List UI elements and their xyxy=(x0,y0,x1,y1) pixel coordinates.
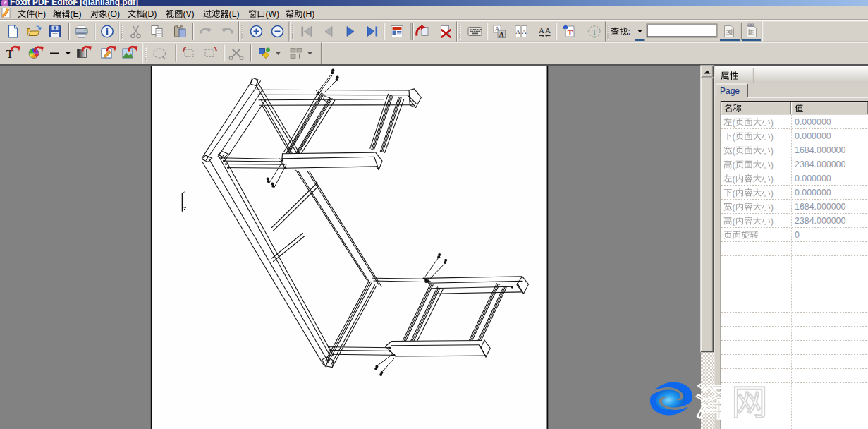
svg-text:0.000000: 0.000000 xyxy=(795,188,831,198)
svg-text:A: A xyxy=(539,26,544,35)
svg-text:(H): (H) xyxy=(302,9,314,19)
svg-text:A: A xyxy=(515,28,520,35)
svg-text:0.000000: 0.000000 xyxy=(795,117,831,127)
svg-text:(E): (E) xyxy=(70,9,81,19)
svg-text:): ) xyxy=(771,146,774,156)
svg-text:): ) xyxy=(771,217,774,226)
svg-text:T: T xyxy=(6,47,14,61)
svg-text:(W): (W) xyxy=(265,9,279,19)
svg-text:0.000000: 0.000000 xyxy=(795,174,831,183)
svg-text:): ) xyxy=(771,160,774,170)
svg-text:A: A xyxy=(522,28,527,35)
svg-text:): ) xyxy=(771,132,774,142)
svg-text:A: A xyxy=(545,26,551,35)
svg-text:(O): (O) xyxy=(107,9,120,19)
svg-text:T: T xyxy=(592,28,597,36)
svg-text:): ) xyxy=(771,174,774,184)
svg-text:(D): (D) xyxy=(145,9,157,19)
svg-text:(V): (V) xyxy=(183,9,194,19)
svg-text:): ) xyxy=(771,203,774,212)
svg-text:2384.000000: 2384.000000 xyxy=(795,216,845,226)
svg-text:0: 0 xyxy=(795,230,800,240)
svg-text:(L): (L) xyxy=(229,9,240,19)
svg-text:1684.000000: 1684.000000 xyxy=(795,145,845,155)
svg-text:1684.000000: 1684.000000 xyxy=(795,202,845,212)
svg-text:2384.000000: 2384.000000 xyxy=(795,159,845,169)
svg-text:T: T xyxy=(568,28,573,37)
svg-text:Page: Page xyxy=(720,86,740,96)
svg-text:0.000000: 0.000000 xyxy=(795,131,831,141)
svg-text:(F): (F) xyxy=(35,9,46,19)
svg-text:): ) xyxy=(771,188,774,198)
svg-text:A: A xyxy=(499,31,504,38)
svg-text::: : xyxy=(628,27,631,37)
svg-text:): ) xyxy=(771,118,774,128)
